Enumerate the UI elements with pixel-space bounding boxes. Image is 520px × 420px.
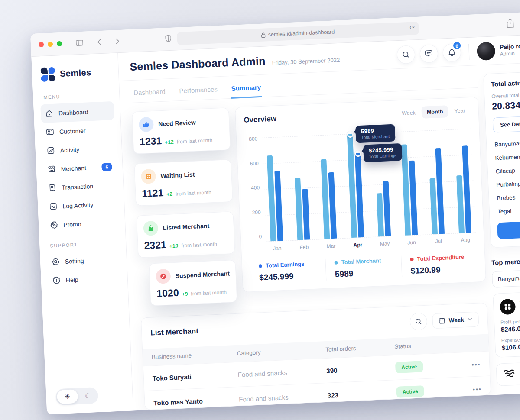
- column-category: Category: [237, 346, 325, 357]
- bar-total-merchant[interactable]: [267, 155, 276, 241]
- sidebar-item-label: Promo: [63, 220, 81, 228]
- sidebar-item-help[interactable]: Help: [48, 268, 122, 290]
- stat-note: from last month: [176, 189, 211, 197]
- sidebar-item-promo[interactable]: Promo: [45, 213, 119, 235]
- bar-total-earnings[interactable]: [383, 181, 391, 236]
- tab-perfomances[interactable]: Perfomances: [178, 83, 219, 100]
- notifications-button[interactable]: 6: [442, 43, 462, 62]
- stat-delta: +9: [182, 291, 188, 297]
- stat-card-suspend-merchant[interactable]: Suspend Merchant 1020 +9 from last month: [149, 260, 237, 306]
- total-active-merchant-card: Total active mer Overall total 20.834.00…: [483, 70, 520, 248]
- light-mode-button[interactable]: ☀: [57, 389, 78, 404]
- tab-dashboard[interactable]: Dashboard: [133, 85, 167, 102]
- activity-chart-icon: [46, 146, 55, 155]
- row-menu-icon[interactable]: •••: [471, 361, 481, 368]
- see-detail-button[interactable]: See Detail: [492, 115, 520, 133]
- top-merchant-filter-dropdown[interactable]: Banyuma: [492, 268, 520, 288]
- region-list: BanyumasKebumenCilacapPurbalinggaBrebesT…: [494, 135, 520, 219]
- next-merchant-card[interactable]: [496, 359, 520, 386]
- sidebar-item-setting[interactable]: Setting: [47, 249, 121, 271]
- chart-plot: JanFebMarApr5989Total Merchant$245.999To…: [262, 129, 476, 242]
- bar-total-merchant[interactable]: [347, 134, 357, 238]
- bar-total-earnings[interactable]: [275, 171, 283, 241]
- bar-total-earnings[interactable]: [328, 172, 337, 239]
- sidebar-item-customer[interactable]: Customer: [41, 120, 115, 142]
- period-week-button[interactable]: Week: [396, 107, 421, 120]
- row-menu-icon[interactable]: •••: [473, 385, 482, 393]
- bar-total-merchant[interactable]: [401, 144, 411, 235]
- storefront-icon: [47, 165, 56, 174]
- bar-total-merchant[interactable]: [376, 193, 384, 236]
- notification-count-badge: 6: [452, 41, 462, 51]
- cell-total-orders: 323: [327, 388, 396, 399]
- user-avatar[interactable]: [476, 42, 495, 61]
- bar-total-merchant[interactable]: [295, 178, 303, 240]
- table-period-dropdown[interactable]: Week: [432, 311, 479, 329]
- sidebar-item-label: Merchant: [61, 164, 86, 172]
- legend-label: Total Earnings: [266, 261, 305, 269]
- brand: Semles: [39, 62, 113, 86]
- bar-total-earnings[interactable]: [302, 189, 310, 239]
- sidebar-item-label: Help: [66, 276, 78, 283]
- tab-summary[interactable]: Summary: [230, 81, 262, 99]
- forward-icon[interactable]: [115, 38, 120, 44]
- calendar-icon: [439, 317, 445, 324]
- period-month-button[interactable]: Month: [421, 105, 448, 119]
- stat-label: Need Review: [158, 119, 196, 128]
- bar-group-apr: Apr5989Total Merchant$245.999Total Earni…: [347, 133, 364, 238]
- top-merchant-section: Top merch Banyuma To O: [491, 255, 520, 386]
- legend-dot-icon: [259, 264, 262, 268]
- stat-card-listed-merchant[interactable]: Listed Merchant 2321 +10 from last month: [136, 211, 235, 258]
- legend-item: Total Expenditure$120.99: [401, 252, 478, 278]
- share-icon[interactable]: [507, 18, 514, 28]
- refresh-icon[interactable]: ⟳: [410, 24, 415, 31]
- cell-business-name: Toko mas Yanto: [153, 395, 239, 407]
- sidebar-item-dashboard[interactable]: Dashboard: [40, 101, 114, 123]
- list-merchant-card: List Merchant Week: [141, 303, 491, 410]
- legend-dot-icon: [410, 257, 413, 261]
- table-title: List Merchant: [150, 327, 198, 338]
- table-search-button[interactable]: [410, 313, 428, 331]
- panel-title: Total active mer: [491, 77, 520, 88]
- sidebar-toggle-icon[interactable]: [76, 40, 84, 46]
- page-title: Semles Dashboard Admin: [130, 55, 266, 73]
- zoom-window-button[interactable]: [57, 41, 62, 47]
- period-year-button[interactable]: Year: [449, 104, 471, 117]
- chat-icon: [425, 50, 433, 58]
- bar-total-merchant[interactable]: [429, 178, 438, 234]
- bar-group-aug: Aug: [454, 129, 471, 233]
- dark-mode-button[interactable]: ☾: [77, 387, 98, 404]
- sidebar-item-transaction[interactable]: Transaction: [44, 176, 118, 197]
- status-badge: Active: [396, 385, 424, 398]
- bar-total-merchant[interactable]: [321, 159, 330, 239]
- content-column: Dashboard Perfomances Summary: [119, 65, 495, 411]
- minimize-window-button[interactable]: [48, 42, 53, 47]
- period-switcher: Week Month Year: [396, 104, 471, 120]
- messages-button[interactable]: [419, 44, 439, 63]
- header-actions: 6 Paijo ro Admin: [396, 41, 520, 65]
- back-icon[interactable]: [97, 39, 102, 45]
- region-item[interactable]: Banyumas: [494, 135, 520, 152]
- y-tick-label: 0: [249, 233, 262, 240]
- overall-total-label: Overall total: [491, 90, 520, 100]
- search-button[interactable]: [396, 45, 416, 64]
- top-merchant-card[interactable]: To O Profit per $246.0 Expense $106.0: [493, 290, 520, 358]
- close-window-button[interactable]: [39, 42, 44, 48]
- content-row: Need Review 1231 +12 from last month: [131, 88, 487, 306]
- app-root: Semles MENU Dashboard Customer: [31, 35, 520, 414]
- sidebar-item-log-activity[interactable]: Log Activity: [45, 194, 119, 216]
- stat-card-waiting-list[interactable]: Waiting List 1121 +2 from last month: [134, 159, 233, 206]
- stat-card-need-review[interactable]: Need Review 1231 +12 from last month: [132, 107, 231, 154]
- legend-label: Total Expenditure: [417, 254, 464, 262]
- sidebar-item-activity[interactable]: Activity: [42, 139, 116, 160]
- desktop-background: semles.id/admin-dashboard ⟳ Semles MENU: [0, 0, 520, 420]
- sidebar-item-merchant[interactable]: Merchant 6: [43, 157, 117, 179]
- sidebar-item-label: Log Activity: [62, 201, 93, 210]
- x-tick-label: Jan: [273, 245, 282, 252]
- x-tick-label: Mar: [326, 243, 335, 249]
- theme-toggle[interactable]: ☀ ☾: [55, 387, 99, 405]
- privacy-shield-icon[interactable]: [165, 35, 172, 43]
- metric-label: Profit per: [500, 316, 520, 325]
- x-tick-label: Jul: [435, 238, 442, 245]
- panel-primary-button[interactable]: [497, 219, 520, 239]
